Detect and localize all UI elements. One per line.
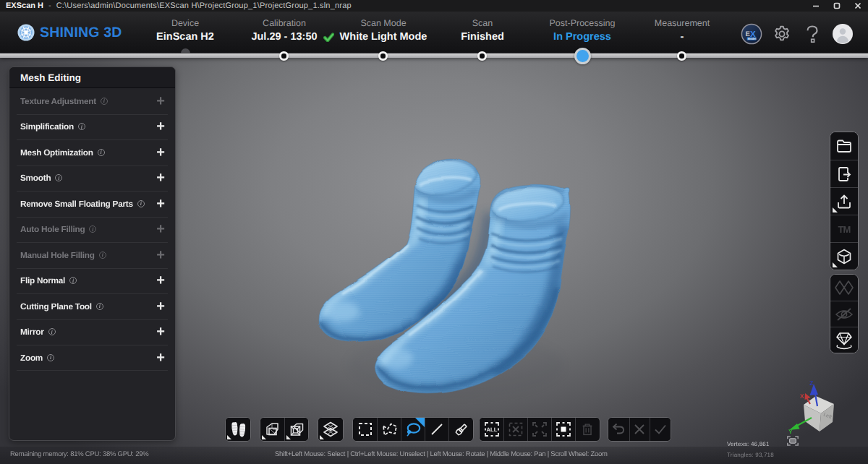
eye-off-icon: [835, 306, 854, 322]
info-icon[interactable]: i: [69, 277, 77, 284]
select-all-button[interactable]: ALL: [480, 418, 503, 441]
lasso-select-button[interactable]: [401, 418, 425, 441]
open-folder-button[interactable]: [830, 132, 858, 160]
axis-x-label: X: [800, 392, 804, 400]
deselect-icon: [507, 421, 524, 438]
folder-icon: [835, 137, 853, 155]
expand-plus-icon[interactable]: +: [156, 120, 165, 133]
expand-plus-icon[interactable]: +: [156, 351, 165, 364]
panel-item-flip-normal[interactable]: Flip Normal i +: [9, 268, 175, 294]
panel-item-mesh-optimization[interactable]: Mesh Optimization i +: [9, 139, 175, 166]
app-title: EXScan H: [6, 1, 43, 10]
texture-mapping-button[interactable]: TM: [830, 215, 858, 242]
user-avatar[interactable]: [831, 23, 854, 45]
title-bar: EXScan H - C:\Users\admin\Documents\EXSc…: [0, 0, 868, 12]
info-icon[interactable]: i: [78, 123, 85, 130]
active-tool-badge: [415, 418, 425, 427]
mouse-hints: Shift+Left Mouse: Select | Ctrl+Left Mou…: [275, 450, 608, 458]
expand-plus-icon[interactable]: +: [156, 171, 165, 184]
expand-plus-icon[interactable]: +: [156, 274, 165, 287]
progress-dot-measurement[interactable]: [677, 51, 686, 61]
viewport-3d[interactable]: Mesh Editing Texture Adjustment i + Simp…: [0, 57, 868, 464]
orientation-cube[interactable]: Left Z X Y: [781, 377, 846, 453]
right-foot-mesh: [374, 183, 571, 394]
gem-view-button[interactable]: [830, 327, 858, 353]
restore-button[interactable]: [826, 0, 847, 12]
left-foot-mesh: [319, 155, 481, 342]
info-icon[interactable]: i: [99, 252, 106, 259]
minimize-button[interactable]: [805, 0, 826, 12]
progress-dot-scan[interactable]: [477, 51, 487, 61]
delete-selected-button[interactable]: [575, 418, 599, 441]
expand-plus-icon[interactable]: +: [156, 146, 165, 159]
step-value: -: [613, 29, 751, 45]
info-icon[interactable]: i: [48, 328, 56, 335]
share-upload-button[interactable]: [830, 187, 858, 215]
system-resources: Remaining memory: 81% CPU: 38% GPU: 29%: [10, 450, 148, 458]
submenu-corner: [320, 435, 324, 439]
brush-select-button[interactable]: [448, 418, 472, 441]
info-icon[interactable]: i: [101, 98, 108, 105]
brand-name: SHINING 3D: [40, 25, 122, 41]
info-icon[interactable]: i: [55, 174, 62, 181]
info-icon[interactable]: i: [96, 303, 103, 310]
panel-item-smooth[interactable]: Smooth i +: [9, 166, 175, 192]
panel-item-simplification[interactable]: Simplification i +: [9, 114, 175, 140]
expand-plus-icon[interactable]: +: [156, 197, 165, 210]
svg-text:TM: TM: [838, 224, 851, 235]
step-measurement[interactable]: Measurement -: [613, 17, 751, 45]
panel-item-manual-hole-filling[interactable]: Manual Hole Filling i +: [9, 242, 175, 268]
info-icon[interactable]: i: [89, 225, 96, 233]
info-icon[interactable]: i: [137, 200, 145, 207]
settings-gear-icon[interactable]: [770, 23, 793, 45]
expand-plus-icon[interactable]: +: [156, 300, 165, 313]
nav-bar: SHINING 3D Device EinScan H2 Calibration…: [0, 12, 868, 53]
panel-item-texture-adjustment[interactable]: Texture Adjustment i +: [9, 88, 175, 114]
info-icon[interactable]: i: [47, 354, 54, 361]
deselect-all-button[interactable]: [503, 418, 527, 441]
export-file-button[interactable]: [830, 160, 858, 187]
undo-button[interactable]: [608, 418, 629, 441]
expand-selection-button[interactable]: [527, 418, 551, 441]
cancel-button[interactable]: [629, 418, 650, 441]
close-button[interactable]: [847, 0, 868, 12]
panel-item-zoom[interactable]: Zoom i +: [9, 345, 175, 371]
expand-plus-icon[interactable]: +: [156, 95, 165, 108]
feet-model-button[interactable]: [226, 418, 250, 441]
hide-model-button[interactable]: [830, 301, 858, 327]
texture-tm-icon: TM: [835, 220, 853, 238]
expand-plus-icon[interactable]: +: [156, 223, 165, 236]
export-file-icon: [835, 166, 853, 183]
panel-item-remove-small-floating-parts[interactable]: Remove Small Floating Parts i +: [9, 191, 175, 217]
cancel-x-icon: [633, 423, 646, 436]
contact-shadow: [427, 213, 490, 320]
ex-model-badge[interactable]: E X Model: [740, 23, 762, 45]
progress-dot-calibration[interactable]: [279, 51, 289, 61]
expand-plus-icon[interactable]: +: [156, 325, 165, 338]
polygon-select-icon: [381, 421, 398, 437]
brush-select-icon: [453, 421, 469, 438]
expand-selection-icon: [531, 421, 548, 438]
ground-shadow: [347, 332, 564, 398]
panel-item-mirror[interactable]: Mirror i +: [9, 319, 175, 345]
invert-selection-button[interactable]: [551, 418, 575, 441]
layers-button[interactable]: [318, 418, 343, 441]
expand-plus-icon[interactable]: +: [156, 249, 165, 262]
right-toolbar-view: [830, 274, 859, 353]
compare-button[interactable]: [830, 275, 858, 301]
cube-frame-button[interactable]: [284, 418, 308, 441]
info-icon[interactable]: i: [98, 149, 105, 156]
duplicate-mesh-button[interactable]: [260, 418, 284, 441]
rect-select-button[interactable]: [353, 418, 377, 441]
line-select-button[interactable]: [425, 418, 448, 441]
panel-item-auto-hole-filling[interactable]: Auto Hole Filling i +: [9, 217, 175, 243]
polygon-select-button[interactable]: [377, 418, 401, 441]
panel-item-cutting-plane-tool[interactable]: Cutting Plane Tool i +: [9, 293, 175, 319]
progress-dot-post-processing[interactable]: [574, 48, 591, 64]
select-actions-group: ALL: [479, 417, 600, 442]
progress-dot-scan-mode[interactable]: [378, 51, 388, 61]
confirm-button[interactable]: [650, 418, 671, 441]
help-icon[interactable]: [801, 23, 823, 45]
model-cube-button[interactable]: [830, 242, 858, 270]
submenu-corner: [286, 435, 291, 439]
